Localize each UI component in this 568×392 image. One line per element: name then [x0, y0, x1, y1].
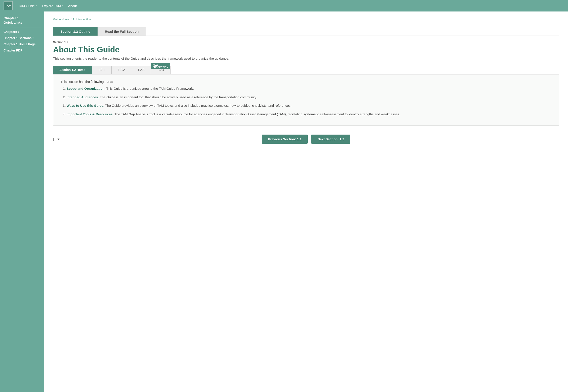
sidebar-item-chapter-pdf[interactable]: Chapter PDF — [3, 49, 41, 52]
new-subsection-badge: NEW SUBSECTION — [151, 63, 170, 69]
sidebar-item-chapter1-sections[interactable]: Chapter 1 Sections ▾ — [3, 36, 41, 40]
nav-about[interactable]: About — [68, 4, 77, 8]
breadcrumb: Guide Home / 1. Introduction — [53, 18, 559, 21]
link-ways-to-use[interactable]: Ways to Use this Guide — [67, 104, 103, 107]
main-tabs: Section 1.2 Outline Read the Full Sectio… — [53, 27, 559, 36]
sub-tab-1-2-1[interactable]: 1.2.1 — [92, 66, 112, 74]
link-scope-organization[interactable]: Scope and Organization — [67, 87, 105, 90]
breadcrumb-current: 1. Introduction — [73, 18, 91, 21]
sub-tab-1-2-4[interactable]: 1.2.4 NEW SUBSECTION — [151, 66, 171, 74]
content-list: Scope and Organization. This Guide is or… — [60, 86, 552, 117]
sub-tab-home[interactable]: Section 1.2 Home — [53, 66, 92, 74]
list-item: Ways to Use this Guide. The Guide provid… — [67, 103, 552, 108]
edit-link[interactable]: | Edit — [53, 138, 59, 141]
prev-section-button[interactable]: Previous Section: 1.1 — [262, 135, 308, 144]
list-item: Important Tools & Resources. The TAM Gap… — [67, 112, 552, 117]
link-intended-audiences[interactable]: Intended Audiences — [67, 95, 98, 99]
content-intro: This section has the following parts: — [60, 80, 552, 84]
breadcrumb-separator: / — [71, 18, 72, 21]
sidebar-item-chapters[interactable]: Chapters ▾ — [3, 30, 41, 34]
chevron-down-icon: ▾ — [36, 5, 37, 7]
list-item: Scope and Organization. This Guide is or… — [67, 86, 552, 91]
chevron-down-icon: ▾ — [62, 5, 63, 7]
top-navigation: TAM TAM Guide ▾ Explore TAM ▾ About — [0, 0, 568, 12]
sidebar-chapter-title: Chapter 1 Quick Links — [3, 16, 41, 25]
chevron-down-icon: ▾ — [32, 37, 34, 39]
nav-explore-tam[interactable]: Explore TAM ▾ — [42, 4, 63, 8]
content-box: This section has the following parts: Sc… — [53, 74, 559, 126]
section-description: This section orients the reader to the c… — [53, 56, 248, 60]
sub-tab-1-2-3[interactable]: 1.2.3 — [131, 66, 151, 74]
chevron-down-icon: ▾ — [18, 31, 19, 33]
sidebar: Chapter 1 Quick Links Chapters ▾ Chapter… — [0, 12, 44, 392]
tab-section-outline[interactable]: Section 1.2 Outline — [53, 27, 98, 36]
nav-tam-guide[interactable]: TAM Guide ▾ — [18, 4, 37, 8]
main-content: Guide Home / 1. Introduction Section 1.2… — [44, 12, 568, 392]
breadcrumb-home[interactable]: Guide Home — [53, 18, 69, 21]
sub-tab-1-2-2[interactable]: 1.2.2 — [112, 66, 131, 74]
sub-tabs: Section 1.2 Home 1.2.1 1.2.2 1.2.3 1.2.4… — [53, 66, 559, 74]
list-item: Intended Audiences. The Guide is an impo… — [67, 95, 552, 100]
next-section-button[interactable]: Next Section: 1.3 — [311, 135, 350, 144]
section-title: About This Guide — [53, 45, 559, 54]
tab-read-full-section[interactable]: Read the Full Section — [98, 27, 146, 36]
logo[interactable]: TAM — [3, 1, 13, 10]
sidebar-item-chapter1-home[interactable]: Chapter 1 Home Page — [3, 42, 41, 46]
footer-navigation: | Edit Previous Section: 1.1 Next Sectio… — [53, 135, 559, 144]
link-important-tools[interactable]: Important Tools & Resources — [67, 112, 113, 116]
section-label: Section 1.2 — [53, 41, 559, 44]
